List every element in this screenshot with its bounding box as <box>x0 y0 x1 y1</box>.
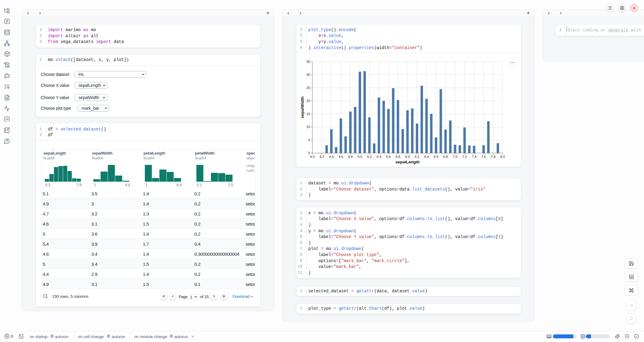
svg-text:4.8: 4.8 <box>348 155 352 159</box>
svg-text:sepalWidth: sepalWidth <box>300 96 305 118</box>
svg-text:5: 5 <box>308 138 310 142</box>
svg-text:8.0: 8.0 <box>500 155 505 159</box>
svg-text:5.6: 5.6 <box>386 155 391 159</box>
svg-text:7.8: 7.8 <box>491 155 496 159</box>
svg-text:sepalLength: sepalLength <box>395 160 420 164</box>
svg-text:0: 0 <box>308 151 310 155</box>
svg-text:15: 15 <box>306 112 310 116</box>
svg-text:5.8: 5.8 <box>395 155 400 159</box>
svg-text:5.4: 5.4 <box>377 155 381 159</box>
svg-text:20: 20 <box>306 99 310 103</box>
svg-text:6.6: 6.6 <box>434 155 438 159</box>
svg-text:6.2: 6.2 <box>415 155 419 159</box>
svg-text:6.0: 6.0 <box>405 155 410 159</box>
svg-text:4.6: 4.6 <box>338 155 343 159</box>
svg-text:7.4: 7.4 <box>472 155 476 159</box>
svg-text:4.0: 4.0 <box>310 155 315 159</box>
svg-text:7.2: 7.2 <box>462 155 467 159</box>
svg-text:5.0: 5.0 <box>358 155 362 159</box>
svg-text:7.6: 7.6 <box>481 155 486 159</box>
svg-text:5.2: 5.2 <box>367 155 372 159</box>
svg-text:6.8: 6.8 <box>443 155 448 159</box>
svg-text:7.0: 7.0 <box>453 155 457 159</box>
svg-text:4.4: 4.4 <box>329 155 334 159</box>
svg-text:30: 30 <box>306 73 310 77</box>
svg-text:25: 25 <box>306 86 310 90</box>
svg-text:10: 10 <box>306 125 310 129</box>
svg-text:35: 35 <box>306 60 310 63</box>
svg-text:6.4: 6.4 <box>424 155 429 159</box>
svg-text:4.2: 4.2 <box>320 155 324 159</box>
